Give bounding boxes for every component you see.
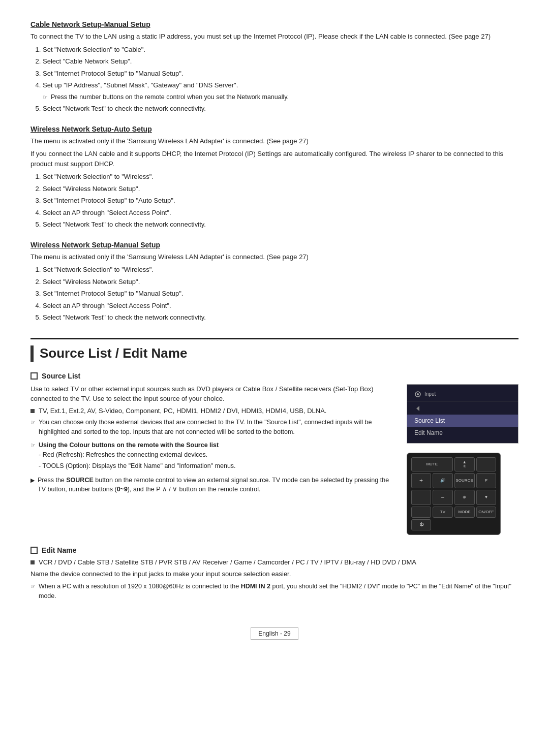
source-section: Source List / Edit Name Source List Use …	[30, 338, 518, 601]
remote-input-icon: ⊕	[454, 490, 475, 505]
source-list-images: Input Source List Edit Name	[407, 384, 518, 535]
source-list-bullet: TV, Ext.1, Ext.2, AV, S-Video, Component…	[30, 407, 394, 415]
remote-ch-down: ▼	[476, 490, 496, 505]
wireless-auto-section: Wireless Network Setup-Auto Setup The me…	[30, 125, 518, 230]
wireless-auto-step-3: Set "Internet Protocol Setup" to "Auto S…	[43, 196, 518, 206]
source-note3-text: Press the SOURCE button on the remote co…	[38, 476, 394, 495]
source-list-bullet-text: TV, Ext.1, Ext.2, AV, S-Video, Component…	[39, 407, 326, 415]
wireless-auto-note2: If you connect the LAN cable and it supp…	[30, 149, 518, 169]
tv-menu-item-prev	[407, 402, 518, 415]
remote-plus: +	[411, 473, 431, 488]
wireless-auto-steps: Set "Network Selection" to "Wireless". S…	[43, 172, 518, 230]
remote-empty1	[476, 457, 496, 471]
footer: English - 29	[30, 612, 518, 640]
remote-power: ⏻	[411, 519, 431, 530]
source-note3: ▶ Press the SOURCE button on the remote …	[30, 476, 394, 495]
footer-text: English - 29	[251, 627, 298, 640]
remote-empty3	[411, 507, 431, 518]
cable-setup-section: Cable Network Setup-Manual Setup To conn…	[30, 20, 518, 114]
tv-menu-edit-name: Edit Name	[407, 427, 518, 439]
cable-step-2: Select "Cable Network Setup".	[43, 56, 518, 67]
note-icon-1: ☞	[30, 418, 36, 427]
wireless-manual-step-5: Select "Network Test" to check the netwo…	[43, 312, 518, 323]
source-list-text: Use to select TV or other external input…	[30, 384, 394, 496]
note-icon: ☞	[43, 93, 48, 102]
svg-marker-2	[416, 406, 419, 411]
source-note1: ☞ You can choose only those external dev…	[30, 418, 394, 437]
svg-point-1	[417, 393, 419, 395]
note-icon-2: ☞	[30, 441, 36, 450]
wireless-manual-heading: Wireless Network Setup-Manual Setup	[30, 241, 518, 249]
cable-setup-steps: Set "Network Selection" to "Cable". Sele…	[43, 45, 518, 114]
wireless-auto-heading: Wireless Network Setup-Auto Setup	[30, 125, 518, 133]
checkbox-icon-2	[30, 547, 38, 554]
edit-name-title: Edit Name	[30, 546, 518, 554]
tv-menu-source-list: Source List	[407, 415, 518, 427]
source-list-title: Source List	[30, 372, 518, 380]
source-section-title: Source List / Edit Name	[30, 345, 518, 362]
cable-setup-intro: To connect the TV to the LAN using a sta…	[30, 32, 518, 42]
wireless-manual-step-2: Select "Wireless Network Setup".	[43, 277, 518, 287]
wireless-manual-step-4: Select an AP through "Select Access Poin…	[43, 301, 518, 311]
remote-vol-icon: 🔊	[433, 473, 452, 488]
square-bullet-icon	[30, 409, 35, 413]
wireless-auto-note1: The menu is activated only if the 'Samsu…	[30, 136, 518, 146]
remote-empty2	[411, 490, 431, 505]
edit-name-note: ☞ When a PC with a resolution of 1920 x …	[30, 582, 518, 601]
source-list-desc: Use to select TV or other external input…	[30, 384, 394, 404]
edit-name-bullet: VCR / DVD / Cable STB / Satellite STB / …	[30, 558, 518, 566]
wireless-auto-step-2: Select "Wireless Network Setup".	[43, 184, 518, 194]
wireless-manual-step-1: Set "Network Selection" to "Wireless".	[43, 265, 518, 275]
note-icon-4: ☞	[30, 582, 36, 591]
edit-name-note-text: When a PC with a resolution of 1920 x 10…	[39, 582, 518, 601]
source-note1-text: You can choose only those external devic…	[39, 418, 394, 437]
cable-step-4: Set up "IP Address", "Subnet Mask", "Gat…	[43, 80, 518, 102]
remote-onoff: ON/OFF	[476, 507, 496, 518]
square-bullet-icon-2	[30, 560, 35, 564]
wireless-auto-step-5: Select "Network Test" to check the netwo…	[43, 219, 518, 230]
remote-ch-up: ▲①	[454, 457, 475, 471]
cable-note-step4: Press the number buttons on the remote c…	[51, 92, 289, 102]
cable-step-3: Set "Internet Protocol Setup" to "Manual…	[43, 69, 518, 79]
remote-minus: −	[433, 490, 452, 505]
cable-step-5: Select "Network Test" to check the netwo…	[43, 104, 518, 114]
remote-tv: TV	[433, 507, 452, 518]
tv-menu-header: Input	[407, 389, 518, 400]
remote-mode: MODE	[454, 507, 475, 518]
remote-p-label: P	[476, 473, 496, 488]
wireless-manual-note1: The menu is activated only if the 'Samsu…	[30, 252, 518, 262]
tv-osd-menu: Input Source List Edit Name	[407, 384, 518, 444]
edit-name-desc: Name the device connected to the input j…	[30, 569, 518, 579]
edit-name-subsection: Edit Name VCR / DVD / Cable STB / Satell…	[30, 546, 518, 601]
wireless-auto-step-4: Select an AP through "Select Access Poin…	[43, 208, 518, 218]
cable-step-1: Set "Network Selection" to "Cable".	[43, 45, 518, 55]
checkbox-icon	[30, 372, 38, 380]
arrow-icon	[414, 405, 421, 412]
note-icon-3: ▶	[30, 476, 35, 485]
source-note2: ☞ Using the Colour buttons on the remote…	[30, 440, 394, 472]
remote-source: SOURCE	[454, 473, 475, 488]
wireless-manual-step-3: Set "Internet Protocol Setup" to "Manual…	[43, 289, 518, 299]
source-note2-content: Using the Colour buttons on the remote w…	[39, 440, 236, 472]
cable-setup-heading: Cable Network Setup-Manual Setup	[30, 20, 518, 28]
source-note2-sub1: - Red (Refresh): Refreshes the connectin…	[39, 450, 236, 460]
settings-icon	[414, 391, 421, 398]
wireless-manual-section: Wireless Network Setup-Manual Setup The …	[30, 241, 518, 323]
section-bar	[30, 345, 34, 362]
wireless-auto-step-1: Set "Network Selection" to "Wireless".	[43, 172, 518, 182]
remote-control: MUTE ▲① + 🔊 SOURCE P − ⊕ ▼ TV MODE ON/OF…	[407, 453, 501, 535]
source-note2-label: Using the Colour buttons on the remote w…	[39, 442, 219, 449]
source-note2-sub2: - TOOLS (Option): Displays the "Edit Nam…	[39, 461, 236, 471]
remote-mute: MUTE	[411, 457, 453, 471]
source-list-subsection: Source List Use to select TV or other ex…	[30, 372, 518, 535]
wireless-manual-steps: Set "Network Selection" to "Wireless". S…	[43, 265, 518, 323]
source-list-content: Use to select TV or other external input…	[30, 384, 518, 535]
edit-name-bullet-text: VCR / DVD / Cable STB / Satellite STB / …	[39, 558, 416, 566]
